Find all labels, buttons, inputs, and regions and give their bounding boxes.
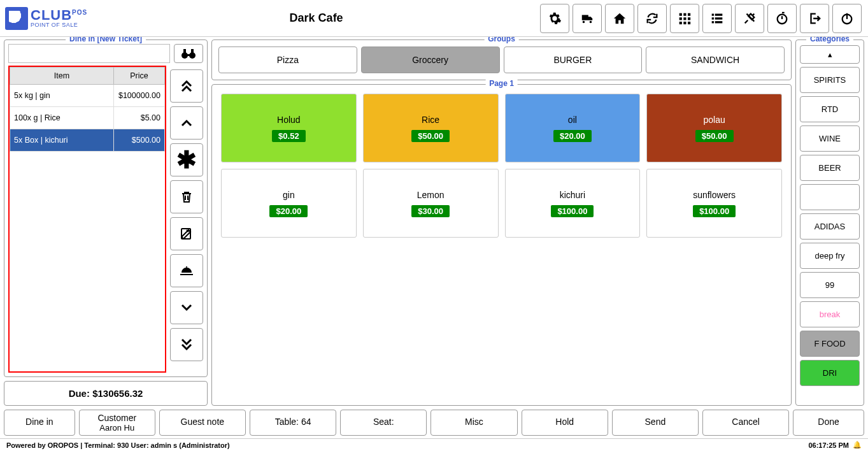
page-title: Dark Cafe (92, 11, 540, 25)
binoculars-icon[interactable] (174, 44, 203, 63)
timer-icon[interactable] (767, 4, 797, 33)
status-bar: Powered by OROPOS | Terminal: 930 User: … (0, 438, 868, 451)
done-button[interactable]: Done (793, 410, 864, 436)
svg-rect-10 (715, 13, 723, 15)
send-button[interactable]: Send (612, 410, 699, 436)
scroll-bottom-icon[interactable] (170, 328, 203, 361)
status-text: Powered by OROPOS | Terminal: 930 User: … (6, 441, 230, 449)
seat-button[interactable]: Seat: (340, 410, 427, 436)
group-tab[interactable]: Groccery (361, 47, 500, 73)
guest-note-button[interactable]: Guest note (159, 410, 246, 436)
product-tile[interactable]: oil$20.00 (505, 94, 641, 162)
svg-rect-0 (679, 13, 682, 15)
ticket-table: Item Price 5x kg | gin$100000.00100x g |… (8, 66, 166, 373)
bottom-actions: Dine in CustomerAaron Hu Guest note Tabl… (0, 410, 868, 438)
col-price: Price (114, 68, 165, 85)
ticket-row[interactable]: 5x Box | kichuri$500.00 (10, 129, 165, 152)
categories-label: Categories (806, 37, 853, 43)
category-button[interactable]: RTD (800, 96, 860, 122)
category-button[interactable]: ADIDAS (800, 213, 860, 240)
ticket-row[interactable]: 100x g | Rice$5.00 (10, 107, 165, 129)
svg-rect-13 (712, 21, 714, 23)
power-icon[interactable] (832, 4, 862, 33)
cancel-button[interactable]: Cancel (702, 410, 789, 436)
ticket-panel-label: Dine in [New Ticket] (66, 37, 146, 43)
asterisk-icon[interactable]: ✱ (170, 143, 203, 176)
status-clock: 06:17:25 PM 🔔 (808, 441, 862, 449)
home-icon[interactable] (605, 4, 634, 33)
categories-panel: Categories ▴ SPIRITSRTDWINEBEER ADIDASde… (795, 39, 864, 406)
category-button[interactable]: DRI (800, 360, 860, 386)
trash-icon[interactable] (170, 180, 203, 213)
svg-rect-3 (679, 17, 682, 20)
logo-icon (5, 7, 28, 30)
svg-rect-8 (688, 22, 690, 24)
svg-rect-12 (715, 17, 723, 19)
scroll-up-icon[interactable] (170, 106, 203, 140)
logout-icon[interactable] (800, 4, 829, 33)
svg-rect-4 (683, 17, 686, 20)
refresh-icon[interactable] (637, 4, 667, 33)
svg-point-15 (778, 14, 787, 24)
category-button[interactable]: WINE (800, 125, 860, 152)
svg-rect-2 (688, 13, 690, 15)
product-tile[interactable]: Lemon$30.00 (363, 169, 499, 238)
svg-rect-7 (683, 22, 686, 24)
ticket-search-input[interactable] (8, 44, 170, 63)
svg-rect-11 (712, 17, 714, 19)
product-tile[interactable]: Holud$0.52 (221, 94, 357, 162)
category-button[interactable]: BEER (800, 155, 860, 181)
page-label: Page 1 (485, 79, 518, 88)
category-button[interactable]: 99 (800, 272, 860, 298)
product-tile[interactable]: polau$50.00 (646, 94, 782, 162)
group-tab[interactable]: BURGER (504, 47, 643, 73)
svg-rect-5 (688, 17, 690, 20)
scroll-down-icon[interactable] (170, 291, 203, 324)
svg-rect-19 (183, 49, 186, 53)
svg-rect-9 (712, 13, 714, 15)
top-bar: CLUBPOS POINT OF SALE Dark Cafe (0, 0, 868, 37)
settings-icon[interactable] (540, 4, 569, 33)
delivery-icon[interactable] (573, 4, 602, 33)
tools-icon[interactable] (735, 4, 764, 33)
svg-rect-1 (683, 13, 686, 15)
grid-icon[interactable] (670, 4, 699, 33)
group-tab[interactable]: SANDWICH (646, 47, 785, 73)
list-icon[interactable] (702, 4, 732, 33)
categories-scroll-up[interactable]: ▴ (800, 45, 860, 64)
product-tile[interactable]: kichuri$100.00 (505, 169, 641, 238)
product-tile[interactable]: sunflowers$100.00 (646, 169, 782, 238)
table-button[interactable]: Table: 64 (250, 410, 336, 436)
serve-icon[interactable] (170, 254, 203, 287)
col-item: Item (10, 68, 114, 85)
top-toolbar (540, 4, 868, 33)
category-button[interactable]: F FOOD (800, 331, 860, 357)
svg-rect-6 (679, 22, 682, 24)
hold-button[interactable]: Hold (522, 410, 608, 436)
product-tile[interactable]: Rice$50.00 (363, 94, 499, 162)
logo: CLUBPOS POINT OF SALE (0, 4, 92, 32)
misc-button[interactable]: Misc (430, 410, 517, 436)
group-tab[interactable]: Pizza (218, 47, 357, 73)
svg-rect-21 (187, 54, 190, 56)
products-panel: Page 1 Holud$0.52Rice$50.00oil$20.00pola… (211, 84, 792, 406)
bell-icon: 🔔 (853, 441, 862, 449)
svg-rect-20 (191, 49, 194, 53)
edit-icon[interactable] (170, 217, 203, 250)
category-button[interactable]: break (800, 301, 860, 327)
ticket-row[interactable]: 5x kg | gin$100000.00 (10, 85, 165, 107)
product-tile[interactable]: gin$20.00 (221, 169, 357, 238)
dinein-button[interactable]: Dine in (4, 410, 75, 436)
customer-button[interactable]: CustomerAaron Hu (79, 410, 155, 436)
svg-rect-14 (715, 21, 723, 23)
ticket-panel: Dine in [New Ticket] Item Price 5x kg | … (4, 39, 208, 377)
groups-panel: Groups PizzaGrocceryBURGERSANDWICH (211, 39, 792, 80)
category-button[interactable]: deep fry (800, 243, 860, 269)
category-button[interactable] (800, 184, 860, 210)
due-total: Due: $130656.32 (4, 381, 208, 406)
scroll-top-icon[interactable] (170, 69, 203, 103)
category-button[interactable]: SPIRITS (800, 67, 860, 93)
groups-label: Groups (484, 37, 519, 43)
